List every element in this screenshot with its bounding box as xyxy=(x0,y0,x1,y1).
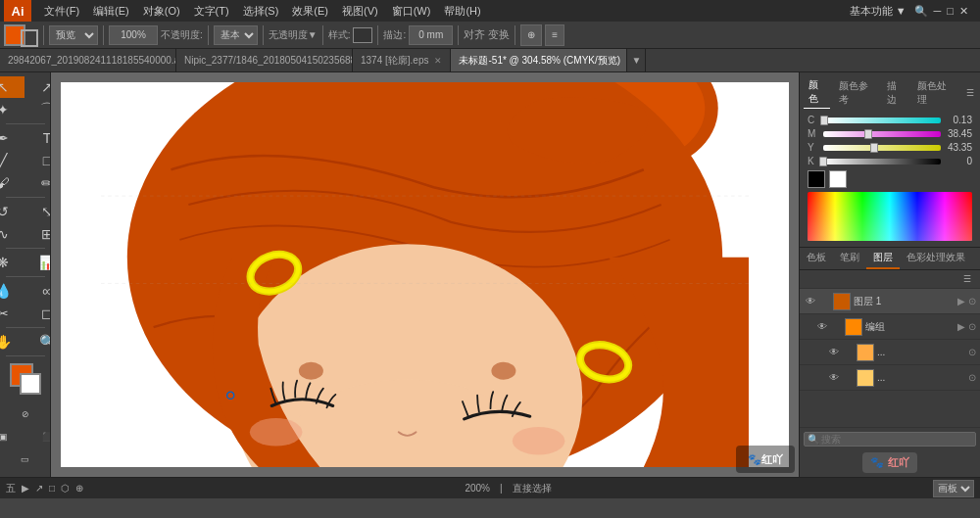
eraser-tool[interactable]: ◻ xyxy=(25,303,51,324)
layer-options-1[interactable]: ⊙ xyxy=(968,321,976,332)
change-screen-mode[interactable]: ▭ xyxy=(4,448,47,470)
gradient-color[interactable]: ▣ xyxy=(0,426,24,447)
search-input[interactable] xyxy=(821,434,972,445)
stroke-value-input[interactable]: 0 mm xyxy=(409,25,453,45)
graph-tool[interactable]: 📊 xyxy=(25,252,51,273)
stroke-color[interactable] xyxy=(21,29,38,47)
scissors-tool[interactable]: ✂ xyxy=(0,303,24,324)
layer-eye-3[interactable]: 👁 xyxy=(827,371,841,385)
cmyk-y-track[interactable] xyxy=(823,145,941,151)
cmyk-c-thumb[interactable] xyxy=(820,116,828,125)
layers-panel-menu[interactable]: ☰ xyxy=(960,272,974,286)
tab-file-0[interactable]: 29842067_201908241118185540000.ai ✕ xyxy=(0,49,176,71)
layer-eye-1[interactable]: 👁 xyxy=(815,320,829,334)
paintbrush-tool[interactable]: 🖌 xyxy=(0,172,24,194)
layer-row-2[interactable]: 👁 ... ⊙ xyxy=(800,340,980,365)
line-tool[interactable]: ╱ xyxy=(0,150,24,171)
minimize-btn[interactable]: ─ xyxy=(934,5,942,17)
background-color[interactable] xyxy=(20,373,41,395)
menu-window[interactable]: 窗口(W) xyxy=(385,2,438,21)
search-bar[interactable]: 🔍 xyxy=(804,432,976,447)
layer-expand-0[interactable]: ▶ xyxy=(957,296,965,306)
layer-options-3[interactable]: ⊙ xyxy=(968,372,976,383)
color-handling-tab[interactable]: 色彩处理效果 xyxy=(900,248,972,269)
status-tool-1[interactable]: 五 xyxy=(6,482,16,495)
tab-overflow[interactable]: ▼ xyxy=(627,49,646,71)
style-select[interactable]: 基本 xyxy=(214,25,258,45)
view-mode-select[interactable]: 预览 xyxy=(49,25,98,45)
swatches-tab[interactable]: 色板 xyxy=(800,248,833,269)
restore-btn[interactable]: □ xyxy=(947,5,954,17)
canvas-area[interactable]: 🐾红吖 xyxy=(51,72,799,477)
hand-tool[interactable]: ✋ xyxy=(0,331,24,353)
opacity-input[interactable] xyxy=(109,25,158,45)
layer-lock-1[interactable] xyxy=(832,322,842,332)
layer-eye-2[interactable]: 👁 xyxy=(827,346,841,359)
tab-file-2[interactable]: 1374 [轮廓].eps ✕ xyxy=(353,49,451,71)
layer-eye-0[interactable]: 👁 xyxy=(804,295,817,308)
layer-lock-3[interactable] xyxy=(844,373,854,383)
menu-help[interactable]: 帮助(H) xyxy=(437,2,487,21)
swatch-black[interactable] xyxy=(808,170,825,188)
cmyk-m-thumb[interactable] xyxy=(864,129,872,139)
none-color[interactable]: ⊘ xyxy=(4,403,47,425)
zoom-tool[interactable]: 🔍 xyxy=(25,331,51,353)
status-play-btn[interactable]: ▶ xyxy=(22,483,29,494)
artboard-select[interactable]: 画板 xyxy=(933,480,974,497)
tab-close-2[interactable]: ✕ xyxy=(434,56,442,66)
scale-tool[interactable]: ⤡ xyxy=(25,201,51,222)
type-tool[interactable]: T xyxy=(25,127,51,149)
color-spectrum[interactable] xyxy=(808,192,972,241)
cmyk-k-thumb[interactable] xyxy=(819,157,827,166)
color-effect-tab[interactable]: 颜色处理 xyxy=(912,77,956,109)
free-transform-tool[interactable]: ⊞ xyxy=(25,223,51,245)
cmyk-m-track[interactable] xyxy=(823,131,941,137)
toolbar-extra-btn[interactable]: ⊕ xyxy=(520,24,542,46)
warp-tool[interactable]: ∿ xyxy=(0,223,24,245)
status-hex-btn[interactable]: ⬡ xyxy=(61,483,70,494)
color-panel-menu[interactable]: ☰ xyxy=(964,86,976,100)
menu-object[interactable]: 对象(O) xyxy=(136,2,187,21)
color-tab[interactable]: 颜色 xyxy=(804,76,830,109)
menu-view[interactable]: 视图(V) xyxy=(335,2,385,21)
menu-select[interactable]: 选择(S) xyxy=(236,2,286,21)
layer-row-0[interactable]: 👁 图层 1 ▶ ⊙ xyxy=(800,289,980,314)
status-add-btn[interactable]: ⊕ xyxy=(75,483,83,494)
rect-tool[interactable]: □ xyxy=(25,150,51,171)
selection-tool[interactable]: ↖ xyxy=(0,76,24,98)
layers-tab[interactable]: 图层 xyxy=(866,248,900,269)
tab-file-1[interactable]: Nipic_2377/1846_20180504150235688088.ai … xyxy=(176,49,353,71)
menu-edit[interactable]: 编辑(E) xyxy=(86,2,136,21)
direct-selection-tool[interactable]: ↗ xyxy=(25,76,51,98)
pencil-tool[interactable]: ✏ xyxy=(25,172,51,194)
style-color-box[interactable] xyxy=(353,27,372,43)
menu-text[interactable]: 文字(T) xyxy=(187,2,236,21)
symbol-sprayer-tool[interactable]: ❋ xyxy=(0,252,24,273)
layer-expand-1[interactable]: ▶ xyxy=(957,321,965,332)
status-arrow-btn[interactable]: ↗ xyxy=(35,483,43,494)
magic-wand-tool[interactable]: ✦ xyxy=(0,99,24,120)
menu-file[interactable]: 文件(F) xyxy=(37,2,86,21)
cmyk-y-thumb[interactable] xyxy=(870,143,878,153)
screen-mode-btn[interactable]: ⬛ xyxy=(25,426,51,447)
status-square-btn[interactable]: □ xyxy=(49,483,55,494)
layer-row-3[interactable]: 👁 ... ⊙ xyxy=(800,365,980,391)
toolbar-arrange-btn[interactable]: ≡ xyxy=(545,24,564,46)
menu-effect[interactable]: 效果(E) xyxy=(285,2,335,21)
blend-tool[interactable]: ∞ xyxy=(25,280,51,302)
cmyk-c-track[interactable] xyxy=(823,118,941,123)
eyedropper-tool[interactable]: 💧 xyxy=(0,280,24,302)
lasso-tool[interactable]: ⌒ xyxy=(25,99,51,120)
workspace-selector[interactable]: 基本功能 ▼ xyxy=(850,4,914,19)
layer-lock-0[interactable] xyxy=(820,297,830,306)
swatch-white[interactable] xyxy=(829,170,847,188)
tab-file-3[interactable]: 未标题-51* @ 304.58% (CMYK/预览) ✕ xyxy=(451,49,627,71)
rotate-tool[interactable]: ↺ xyxy=(0,201,24,222)
brushes-tab[interactable]: 笔刷 xyxy=(833,248,866,269)
close-btn[interactable]: ✕ xyxy=(959,5,968,18)
layer-row-1[interactable]: 👁 编组 ▶ ⊙ xyxy=(800,314,980,340)
cmyk-k-track[interactable] xyxy=(823,159,941,165)
layer-options-2[interactable]: ⊙ xyxy=(968,347,976,357)
pen-tool[interactable]: ✒ xyxy=(0,127,24,149)
layer-options-0[interactable]: ⊙ xyxy=(968,296,976,306)
